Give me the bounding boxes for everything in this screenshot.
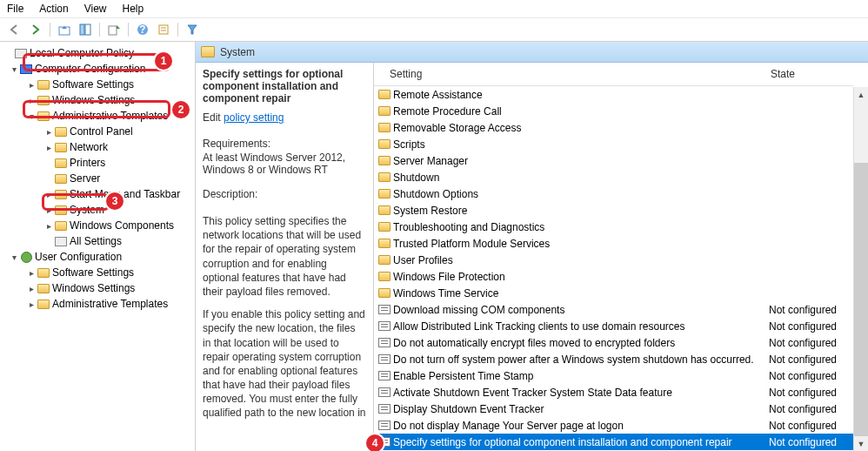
tree-u-windows-settings[interactable]: ▸Windows Settings — [2, 280, 193, 296]
list-item[interactable]: Specify settings for optional component … — [374, 434, 853, 450]
tree-admin-templates[interactable]: ▾Administrative Templates — [2, 108, 193, 124]
setting-icon — [377, 403, 391, 415]
help-icon[interactable]: ? — [133, 21, 152, 38]
menu-help[interactable]: Help — [123, 3, 144, 15]
setting-icon — [377, 320, 391, 333]
column-setting[interactable]: Setting — [377, 68, 769, 80]
list-item[interactable]: Removable Storage Access — [374, 119, 853, 136]
list-item[interactable]: Allow Distributed Link Tracking clients … — [374, 318, 853, 334]
folder-icon — [377, 238, 391, 250]
list-item[interactable]: Activate Shutdown Event Tracker System S… — [374, 384, 853, 401]
menu-bar: File Action View Help — [0, 0, 868, 18]
badge-4: 4 — [366, 434, 384, 451]
settings-list: Setting State Remote AssistanceRemote Pr… — [374, 63, 853, 451]
tree-pane: 1 2 3 Local Computer Policy ▾Computer Co… — [0, 42, 196, 451]
tree-user-config[interactable]: ▾User Configuration — [2, 249, 193, 265]
setting-name: Download missing COM components — [393, 304, 769, 316]
folder-icon — [377, 254, 391, 266]
tree-windows-components[interactable]: ▸Windows Components — [2, 218, 193, 233]
description-pane: Specify settings for optional component … — [196, 63, 374, 451]
setting-state: Not configured — [769, 304, 853, 316]
tree-network[interactable]: ▸Network — [2, 139, 193, 155]
tree-server[interactable]: Server — [2, 171, 193, 186]
folder-icon — [377, 122, 391, 134]
list-item[interactable]: Display Shutdown Event TrackerNot config… — [374, 401, 853, 417]
list-item[interactable]: Server Manager — [374, 152, 853, 169]
tree-u-admin-templates[interactable]: ▸Administrative Templates — [2, 296, 193, 312]
scroll-up-icon[interactable]: ▲ — [854, 87, 868, 102]
list-item[interactable]: Scripts — [374, 136, 853, 152]
tree-software-settings[interactable]: ▸Software Settings — [2, 77, 193, 92]
show-hide-icon[interactable] — [76, 21, 95, 38]
setting-name: Display Shutdown Event Tracker — [393, 403, 769, 415]
list-item[interactable]: User Profiles — [374, 252, 853, 268]
list-item[interactable]: Do not turn off system power after a Win… — [374, 351, 853, 367]
list-item[interactable]: Remote Procedure Call — [374, 103, 853, 119]
list-item[interactable]: Remote Assistance — [374, 86, 853, 103]
list-item[interactable]: Windows Time Service — [374, 285, 853, 301]
export-icon[interactable] — [104, 21, 124, 38]
setting-name: Do not automatically encrypt files moved… — [393, 337, 769, 349]
list-item[interactable]: Trusted Platform Module Services — [374, 235, 853, 252]
setting-name: Allow Distributed Link Tracking clients … — [393, 320, 769, 333]
setting-name: Troubleshooting and Diagnostics — [393, 221, 769, 233]
folder-icon — [377, 271, 391, 283]
tree-system[interactable]: ▸System — [2, 202, 193, 218]
description-p1: This policy setting specifies the networ… — [203, 214, 366, 299]
svg-text:?: ? — [139, 24, 145, 36]
back-icon[interactable] — [5, 21, 24, 38]
folder-icon — [377, 105, 391, 118]
list-item[interactable]: Download missing COM componentsNot confi… — [374, 301, 853, 318]
folder-icon — [377, 287, 391, 300]
menu-file[interactable]: File — [7, 3, 23, 15]
setting-state: Not configured — [769, 420, 853, 432]
setting-name: Remote Procedure Call — [393, 105, 769, 118]
description-label: Description: — [203, 188, 366, 200]
setting-state: Not configured — [769, 370, 853, 382]
edit-policy-link[interactable]: policy setting — [224, 111, 284, 124]
tree-u-software-settings[interactable]: ▸Software Settings — [2, 265, 193, 280]
setting-icon — [377, 387, 391, 399]
setting-name: Removable Storage Access — [393, 122, 769, 134]
setting-icon — [377, 353, 391, 366]
setting-state: Not configured — [769, 353, 853, 366]
list-item[interactable]: Troubleshooting and Diagnostics — [374, 219, 853, 235]
tree-all-settings[interactable]: All Settings — [2, 233, 193, 249]
list-item[interactable]: Shutdown Options — [374, 185, 853, 202]
list-item[interactable]: Windows File Protection — [374, 268, 853, 285]
setting-state: Not configured — [769, 436, 853, 448]
setting-name: System Restore — [393, 205, 769, 217]
setting-name: User Profiles — [393, 254, 769, 266]
toolbar: ? — [0, 18, 868, 42]
badge-2: 2 — [172, 101, 190, 118]
setting-name: Specify settings for optional component … — [393, 436, 769, 448]
list-item[interactable]: Do not automatically encrypt files moved… — [374, 334, 853, 351]
path-title: System — [220, 46, 255, 58]
list-item[interactable]: Do not display Manage Your Server page a… — [374, 417, 853, 434]
tree-start-taskbar[interactable]: ▸Start Menu and Taskbar — [2, 186, 193, 202]
up-icon[interactable] — [55, 21, 74, 38]
filter-icon[interactable] — [183, 21, 202, 38]
setting-name: Windows File Protection — [393, 271, 769, 283]
path-header: System — [196, 42, 868, 63]
menu-view[interactable]: View — [84, 3, 107, 15]
forward-icon[interactable] — [26, 21, 45, 38]
tree-control-panel[interactable]: ▸Control Panel — [2, 124, 193, 139]
tree-printers[interactable]: Printers — [2, 155, 193, 171]
menu-action[interactable]: Action — [39, 3, 68, 15]
setting-name: Remote Assistance — [393, 89, 769, 101]
list-item[interactable]: System Restore — [374, 202, 853, 219]
setting-name: Do not display Manage Your Server page a… — [393, 420, 769, 432]
vertical-scrollbar[interactable]: ▲ ▼ — [853, 87, 868, 451]
svg-rect-6 — [159, 25, 168, 34]
properties-icon[interactable] — [154, 21, 173, 38]
list-item[interactable]: Enable Persistent Time StampNot configur… — [374, 367, 853, 384]
list-item[interactable]: Shutdown — [374, 169, 853, 185]
setting-name: Enable Persistent Time Stamp — [393, 370, 769, 382]
column-state[interactable]: State — [769, 68, 853, 80]
scroll-thumb[interactable] — [854, 163, 868, 436]
tree-windows-settings[interactable]: ▸Windows Settings — [2, 92, 193, 108]
setting-name: Windows Time Service — [393, 287, 769, 300]
setting-name: Trusted Platform Module Services — [393, 238, 769, 250]
scroll-down-icon[interactable]: ▼ — [854, 436, 868, 451]
